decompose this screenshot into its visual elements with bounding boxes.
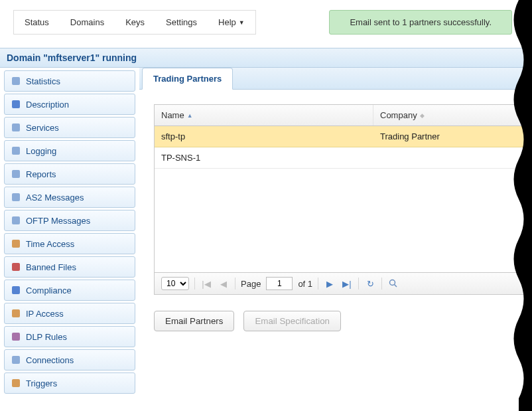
svg-rect-3	[12, 147, 20, 155]
sidebar-item-triggers[interactable]: Triggers	[4, 372, 135, 394]
sidebar-item-time-access[interactable]: Time Access	[4, 233, 135, 254]
sidebar-item-dlp-rules[interactable]: DLP Rules	[4, 326, 135, 347]
column-header-company[interactable]: Company ◆	[373, 105, 526, 125]
top-menu-keys[interactable]: Keys	[115, 11, 155, 34]
cell-company	[373, 147, 526, 168]
tab-trading-partners[interactable]: Trading Partners	[142, 68, 233, 90]
cell-name: TP-SNS-1	[155, 147, 373, 168]
statistics-icon	[11, 76, 21, 86]
grid-body: sftp-tpTrading PartnerTP-SNS-1	[155, 126, 526, 272]
page-title: Domain "mftserver1" running	[0, 48, 532, 68]
column-header-label: Name	[161, 110, 184, 120]
table-row[interactable]: sftp-tpTrading Partner	[155, 126, 526, 147]
svg-rect-1	[12, 100, 20, 108]
sidebar-item-ip-access[interactable]: IP Access	[4, 303, 135, 324]
next-page-icon[interactable]: ▶	[324, 278, 336, 289]
sidebar-item-statistics[interactable]: Statistics	[4, 70, 135, 92]
sidebar-item-label: Compliance	[26, 286, 72, 295]
sidebar-item-label: Reports	[26, 169, 56, 179]
svg-rect-7	[12, 240, 20, 248]
grid-header: Name ▲ Company ◆	[155, 105, 526, 126]
sidebar-item-banned-files[interactable]: Banned Files	[4, 256, 135, 278]
services-icon	[11, 122, 21, 133]
sidebar-item-as2-messages[interactable]: AS2 Messages	[4, 187, 135, 208]
grid-pager: 10 |◀ ◀ Page of 1 ▶ ▶| ↻	[155, 272, 526, 294]
cell-name: sftp-tp	[155, 126, 373, 147]
page-label: Page	[241, 279, 261, 289]
separator	[235, 278, 235, 289]
page-total-label: of 1	[298, 279, 312, 289]
svg-rect-4	[12, 170, 20, 178]
separator	[194, 278, 195, 289]
notification-banner: Email sent to 1 partners successfully.	[329, 10, 512, 35]
email-partners-button[interactable]: Email Partners	[154, 311, 234, 331]
sidebar-item-label: Connections	[26, 355, 74, 365]
ip-access-icon	[11, 308, 21, 319]
column-header-label: Company	[380, 110, 417, 120]
search-icon[interactable]	[387, 278, 399, 289]
svg-point-14	[390, 280, 395, 286]
sort-icon: ◆	[420, 112, 425, 119]
separator	[318, 278, 318, 289]
current-page-input[interactable]	[266, 277, 293, 290]
decorative-torn-edge	[505, 0, 532, 411]
sidebar-item-label: IP Access	[26, 309, 64, 319]
table-row[interactable]: TP-SNS-1	[155, 147, 526, 169]
dlp-rules-icon	[11, 331, 21, 342]
time-access-icon	[11, 238, 21, 249]
sidebar-item-label: Logging	[26, 146, 56, 156]
sidebar-item-compliance[interactable]: Compliance	[4, 280, 135, 301]
sidebar-item-reports[interactable]: Reports	[4, 163, 135, 185]
sidebar-item-label: Description	[26, 100, 69, 110]
sidebar-item-description[interactable]: Description	[4, 94, 135, 115]
connections-icon	[11, 355, 21, 365]
svg-rect-8	[12, 263, 20, 271]
svg-rect-12	[12, 356, 20, 364]
sidebar-item-label: Statistics	[26, 76, 60, 86]
banned-files-icon	[11, 262, 21, 272]
cell-company: Trading Partner	[373, 126, 526, 147]
top-menu-settings[interactable]: Settings	[155, 11, 208, 34]
sidebar-item-label: AS2 Messages	[26, 193, 84, 203]
svg-rect-0	[12, 77, 20, 85]
svg-rect-11	[12, 333, 20, 341]
as2-icon	[11, 192, 21, 203]
svg-rect-9	[12, 286, 20, 294]
top-menu-help[interactable]: Help▼	[208, 11, 255, 34]
column-header-name[interactable]: Name ▲	[155, 105, 373, 125]
top-menu-domains[interactable]: Domains	[60, 11, 115, 34]
tab-bar: Trading Partners	[139, 68, 532, 90]
separator	[358, 278, 359, 289]
top-menu-status[interactable]: Status	[14, 11, 60, 34]
page-size-select[interactable]: 10	[161, 277, 189, 290]
prev-page-icon[interactable]: ◀	[218, 278, 230, 289]
logging-icon	[11, 145, 21, 156]
caret-down-icon: ▼	[239, 19, 245, 26]
oftp-icon	[11, 215, 21, 226]
sidebar-item-services[interactable]: Services	[4, 117, 135, 138]
last-page-icon[interactable]: ▶|	[341, 278, 353, 289]
svg-rect-10	[12, 309, 20, 317]
sidebar-item-label: DLP Rules	[26, 332, 67, 342]
sidebar-item-logging[interactable]: Logging	[4, 140, 135, 161]
sidebar: StatisticsDescriptionServicesLoggingRepo…	[0, 68, 139, 398]
sidebar-item-connections[interactable]: Connections	[4, 349, 135, 370]
first-page-icon[interactable]: |◀	[200, 278, 212, 289]
trading-partners-grid: Name ▲ Company ◆ sftp-tpTrading PartnerT…	[154, 104, 527, 295]
email-specification-button[interactable]: Email Specification	[243, 311, 341, 331]
svg-line-15	[395, 285, 397, 288]
sidebar-item-label: Services	[26, 123, 59, 133]
svg-rect-5	[12, 193, 20, 201]
triggers-icon	[11, 378, 21, 388]
svg-rect-6	[12, 216, 20, 224]
description-icon	[11, 99, 21, 110]
sidebar-item-label: OFTP Messages	[26, 216, 90, 226]
refresh-icon[interactable]: ↻	[364, 278, 376, 289]
sidebar-item-label: Time Access	[26, 239, 74, 249]
top-menu: StatusDomainsKeysSettingsHelp▼	[13, 10, 256, 35]
svg-rect-2	[12, 123, 20, 131]
reports-icon	[11, 169, 21, 179]
sort-asc-icon: ▲	[187, 112, 193, 119]
sidebar-item-oftp-messages[interactable]: OFTP Messages	[4, 210, 135, 231]
sidebar-item-label: Banned Files	[26, 262, 76, 272]
